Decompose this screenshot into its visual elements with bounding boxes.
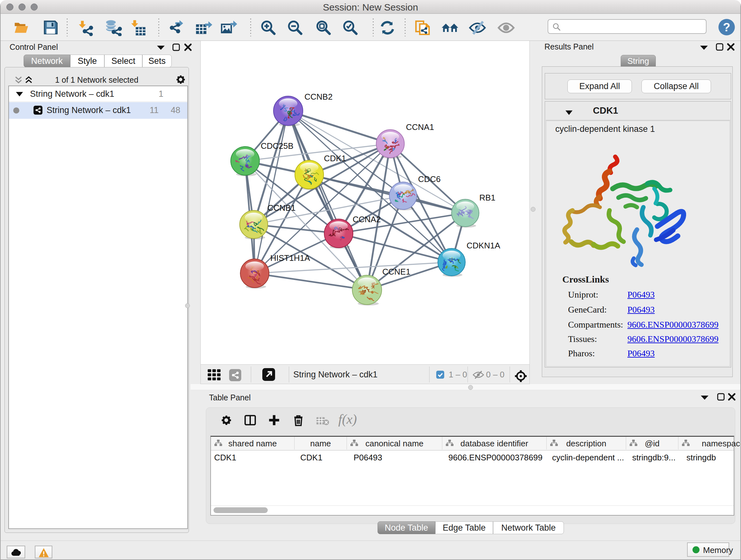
svg-text:?: ? [723,20,731,34]
svg-text:CDKN1A: CDKN1A [467,241,500,250]
svg-text:CDK1: CDK1 [324,153,346,163]
svg-text:CDC6: CDC6 [418,174,441,184]
svg-text:RB1: RB1 [479,193,495,202]
svg-text:CCNA2: CCNA2 [353,214,381,224]
svg-text:CCNB2: CCNB2 [305,92,333,102]
svg-text:CCNB1: CCNB1 [267,203,295,212]
svg-text:CDC25B: CDC25B [261,141,293,151]
svg-text:CCNE1: CCNE1 [382,267,410,276]
svg-text:CCNA1: CCNA1 [406,122,434,132]
svg-text:HIST1H1A: HIST1H1A [270,253,310,263]
